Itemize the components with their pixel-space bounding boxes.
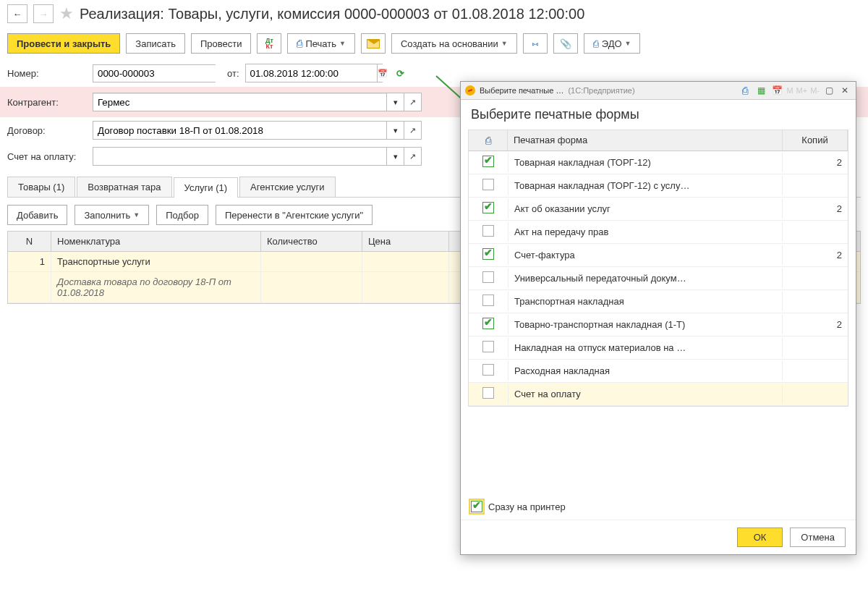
contract-input[interactable] [93, 122, 386, 139]
print-form-checkbox[interactable] [482, 179, 494, 190]
edo-label: ЭДО [602, 38, 622, 49]
printer-icon: ⎙ [485, 135, 491, 146]
cell-description: Доставка товара по договору 18-П от 01.0… [51, 272, 261, 302]
th-quantity: Количество [261, 232, 362, 251]
print-form-checkbox[interactable] [482, 225, 494, 237]
open-button[interactable]: ↗ [404, 93, 421, 111]
print-form-row[interactable]: Акт на передачу прав [469, 221, 848, 244]
print-form-checkbox[interactable] [482, 318, 494, 329]
tb-m-minus[interactable]: M [786, 86, 793, 95]
print-form-checkbox[interactable] [482, 248, 494, 260]
pt-header-form: Печатная форма [508, 130, 783, 151]
print-form-name: Транспортная накладная [508, 292, 783, 311]
print-form-checkbox[interactable] [482, 202, 494, 213]
tb-close-icon[interactable]: ✕ [838, 84, 851, 97]
chevron-down-icon: ▼ [501, 40, 508, 47]
favorite-star-icon[interactable]: ★ [59, 4, 74, 23]
fill-button[interactable]: Заполнить ▼ [75, 205, 149, 225]
dt-kt-button[interactable]: ДтКт [257, 33, 281, 54]
open-button[interactable]: ↗ [404, 148, 421, 165]
attachment-button[interactable]: 📎 [553, 33, 578, 54]
print-form-checkbox[interactable] [482, 295, 494, 306]
save-button[interactable]: Записать [126, 33, 185, 54]
tb-calc-icon[interactable]: ▦ [754, 84, 767, 97]
edo-button[interactable]: ⎙ ЭДО ▼ [584, 33, 641, 54]
print-form-row[interactable]: Счет на оплату [469, 383, 848, 406]
print-form-name: Товарно-транспортная накладная (1-Т) [508, 315, 783, 334]
print-button[interactable]: ⎙ Печать ▼ [287, 33, 355, 54]
number-label: Номер: [7, 68, 87, 79]
chevron-down-icon: ▼ [625, 40, 631, 47]
open-button[interactable]: ↗ [404, 122, 421, 139]
print-form-name: Товарная накладная (ТОРГ-12) [508, 153, 783, 172]
to-printer-checkbox[interactable] [471, 501, 482, 512]
email-button[interactable] [361, 33, 386, 54]
print-form-copies [783, 367, 848, 376]
forward-button[interactable]: → [33, 4, 54, 23]
dropdown-button[interactable]: ▾ [386, 122, 404, 139]
tab-services[interactable]: Услуги (1) [174, 177, 238, 198]
post-button[interactable]: Провести [191, 33, 252, 54]
print-form-copies: 2 [783, 315, 848, 334]
tb-printer-icon[interactable]: ⎙ [739, 84, 752, 97]
cell-quantity [261, 252, 362, 271]
refresh-icon: ⟳ [396, 68, 404, 79]
cell-n: 1 [8, 252, 51, 271]
date-input[interactable] [246, 65, 377, 82]
calendar-icon[interactable]: 📅 [377, 64, 388, 82]
cancel-button[interactable]: Отмена [790, 528, 846, 547]
tb-calendar-icon[interactable]: 📅 [770, 84, 783, 97]
print-form-row[interactable]: Товарная накладная (ТОРГ-12) с услу… [469, 174, 848, 198]
refresh-button[interactable]: ⟳ [388, 63, 413, 83]
print-form-copies: 2 [783, 245, 848, 265]
print-form-row[interactable]: Расходная накладная [469, 360, 848, 383]
print-form-name: Акт на передачу прав [508, 222, 783, 242]
email-icon [367, 39, 380, 48]
print-form-row[interactable]: Товарная накладная (ТОРГ-12)2 [469, 151, 848, 174]
print-form-copies [783, 228, 848, 237]
print-form-row[interactable]: Универсальный передаточный докум… [469, 267, 848, 290]
chevron-down-icon: ▼ [339, 40, 346, 47]
tab-goods[interactable]: Товары (1) [7, 177, 75, 197]
kontragent-input[interactable] [93, 94, 386, 111]
print-form-copies [783, 297, 848, 306]
print-form-copies [783, 390, 848, 399]
tab-tara[interactable]: Возвратная тара [77, 177, 171, 197]
print-form-checkbox[interactable] [482, 341, 494, 352]
post-and-close-button[interactable]: Провести и закрыть [7, 33, 120, 54]
dropdown-button[interactable]: ▾ [386, 148, 404, 165]
print-form-checkbox[interactable] [482, 364, 494, 376]
print-form-name: Счет-фактура [508, 245, 783, 265]
th-price: Цена [362, 232, 449, 251]
add-button[interactable]: Добавить [7, 205, 67, 225]
from-label: от: [227, 68, 239, 79]
tb-m-plus[interactable]: M+ [796, 86, 808, 95]
number-input[interactable] [93, 65, 224, 82]
dialog-app-label: (1С:Предприятие) [568, 86, 634, 95]
print-form-row[interactable]: Счет-фактура2 [469, 244, 848, 267]
print-form-copies: 2 [783, 153, 848, 172]
print-form-row[interactable]: Акт об оказании услуг2 [469, 198, 848, 221]
print-form-checkbox[interactable] [482, 387, 494, 399]
tb-maximize-icon[interactable]: ▢ [822, 84, 835, 97]
print-form-row[interactable]: Товарно-транспортная накладная (1-Т)2 [469, 313, 848, 336]
print-form-row[interactable]: Накладная на отпуск материалов на … [469, 336, 848, 360]
tab-agent[interactable]: Агентские услуги [239, 177, 336, 197]
create-based-button[interactable]: Создать на основании ▼ [391, 33, 517, 54]
move-button[interactable]: Перенести в "Агентские услуги" [216, 205, 373, 225]
print-form-row[interactable]: Транспортная накладная [469, 290, 848, 313]
print-label: Печать [305, 38, 336, 49]
ok-button[interactable]: ОК [737, 528, 783, 547]
print-forms-table: ⎙ Печатная форма Копий Товарная накладна… [468, 130, 848, 407]
print-form-checkbox[interactable] [482, 271, 494, 283]
print-form-checkbox[interactable] [482, 156, 494, 167]
print-form-name: Расходная накладная [508, 361, 783, 381]
structure-button[interactable]: ⑅ [523, 33, 548, 54]
dialog-header: Выберите печатные формы [461, 100, 856, 130]
tb-m-minus2[interactable]: M- [810, 86, 820, 95]
invoice-input[interactable] [93, 148, 386, 165]
back-button[interactable]: ← [7, 4, 27, 23]
print-form-name: Универсальный передаточный докум… [508, 268, 783, 288]
select-button[interactable]: Подбор [156, 205, 208, 225]
dropdown-button[interactable]: ▾ [386, 93, 404, 111]
